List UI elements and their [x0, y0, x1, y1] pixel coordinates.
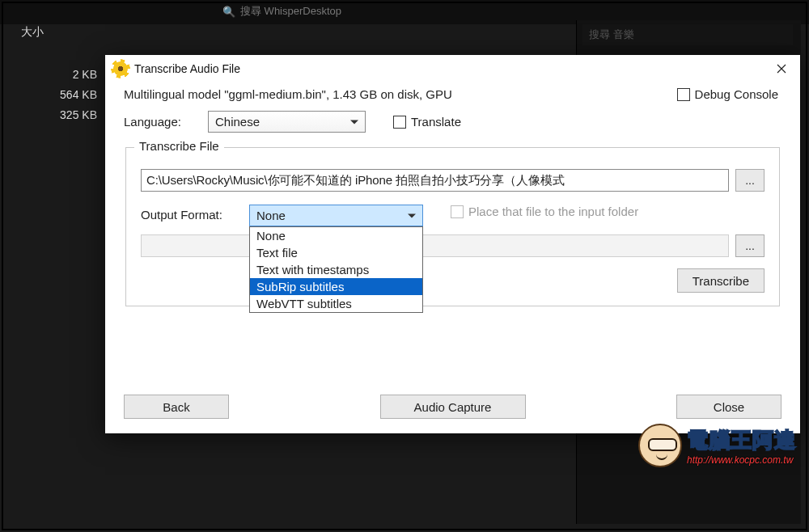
dialog-title: Transcribe Audio File: [134, 62, 763, 75]
output-format-option[interactable]: None: [250, 227, 422, 244]
audio-capture-button[interactable]: Audio Capture: [380, 395, 526, 419]
place-to-input-label: Place that file to the input folder: [468, 205, 638, 218]
app-icon: [113, 61, 128, 76]
search-placeholder-top: 搜尋 WhisperDesktop: [240, 4, 341, 19]
checkbox-icon: [677, 88, 690, 101]
transcribe-dialog: Transcribe Audio File Multilingual model…: [105, 55, 800, 433]
search-icon: 🔍: [222, 6, 235, 18]
input-file-path-text: C:\Users\Rocky\Music\你可能不知道的 iPhone 拍照自拍…: [146, 173, 565, 188]
debug-console-label: Debug Console: [695, 87, 778, 101]
language-label: Language:: [124, 115, 197, 129]
search-placeholder-right: 搜尋 音樂: [589, 27, 634, 42]
column-header-size[interactable]: 大小: [21, 25, 44, 40]
output-format-dropdown[interactable]: None Text file Text with timestamps SubR…: [249, 226, 423, 313]
title-bar[interactable]: Transcribe Audio File: [105, 55, 800, 82]
input-file-path[interactable]: C:\Users\Rocky\Music\你可能不知道的 iPhone 拍照自拍…: [141, 169, 729, 192]
dialog-body: Multilingual model "ggml-medium.bin", 1.…: [105, 82, 800, 433]
translate-checkbox[interactable]: Translate: [393, 115, 461, 129]
output-format-option[interactable]: Text with timestamps: [250, 261, 422, 278]
close-icon[interactable]: [763, 55, 800, 82]
search-box-right[interactable]: 搜尋 音樂: [582, 24, 793, 45]
browse-output-button: ...: [735, 234, 765, 257]
output-format-option[interactable]: WebVTT subtitles: [250, 295, 422, 312]
debug-console-checkbox[interactable]: Debug Console: [677, 87, 778, 101]
translate-label: Translate: [411, 115, 461, 129]
file-size-value: 564 KB: [8, 85, 97, 105]
transcribe-button[interactable]: Transcribe: [677, 268, 765, 293]
transcribe-file-group: Transcribe File C:\Users\Rocky\Music\你可能…: [125, 147, 780, 306]
model-info-text: Multilingual model "ggml-medium.bin", 1.…: [124, 87, 452, 101]
language-value: Chinese: [215, 115, 260, 129]
group-title: Transcribe File: [134, 139, 224, 153]
back-button[interactable]: Back: [124, 395, 229, 419]
output-format-select[interactable]: None: [249, 205, 423, 226]
file-size-column: 2 KB 564 KB 325 KB: [8, 65, 97, 125]
close-button[interactable]: Close: [676, 395, 781, 419]
output-file-path: [141, 234, 729, 257]
output-format-option[interactable]: SubRip subtitles: [250, 278, 422, 295]
file-size-value: 325 KB: [8, 105, 97, 125]
output-format-value: None: [256, 209, 286, 222]
place-to-input-checkbox: Place that file to the input folder: [451, 205, 638, 218]
language-select[interactable]: Chinese: [208, 111, 366, 133]
search-box-top[interactable]: 🔍 搜尋 WhisperDesktop: [222, 2, 384, 20]
output-format-label: Output Format:: [141, 205, 244, 222]
checkbox-icon: [393, 116, 406, 129]
browse-input-button[interactable]: ...: [735, 169, 765, 192]
file-size-value: 2 KB: [8, 65, 97, 85]
checkbox-icon: [451, 205, 464, 218]
output-format-option[interactable]: Text file: [250, 244, 422, 261]
